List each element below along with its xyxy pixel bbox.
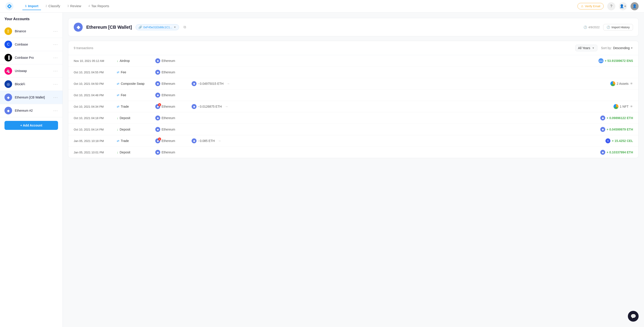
ethereum-cb-icon: ◆ <box>4 94 12 101</box>
eth-icon: ◆ <box>155 93 160 98</box>
chain-name: Ethereum <box>162 128 175 131</box>
sort-value-text: Descending <box>613 46 630 50</box>
help-icon: ? <box>610 4 612 8</box>
to-asset-icon: C <box>606 138 610 143</box>
import-history-button[interactable]: 🕐 Import History <box>603 24 633 31</box>
from-amount: - 0.0126875 ETH <box>198 105 222 108</box>
binance-name: Binance <box>15 29 51 33</box>
nav-classify-label: Classify <box>48 4 60 8</box>
badge-count: 6 <box>158 103 161 106</box>
ethereum-cb-menu-icon[interactable]: ··· <box>53 95 58 100</box>
tx-chain: ◆1Ethereum <box>155 138 189 143</box>
ethereum-cb-name: Ethereum [CB Wallet] <box>15 96 51 99</box>
eth-icon: ◆ <box>155 58 160 63</box>
table-row[interactable]: Oct 10, 2021 04:34 PM⇄Trade◆6Ethereum◆- … <box>68 101 638 112</box>
year-filter-button[interactable]: All Years ▼ <box>575 45 598 51</box>
table-row[interactable]: Oct 10, 2021 04:50 PM⇄Composite Swap◆Eth… <box>68 78 638 90</box>
coinbase-pro-menu-icon[interactable]: ··· <box>53 55 58 60</box>
sidebar-item-ethereum-cb[interactable]: ◆Ethereum [CB Wallet]··· <box>0 91 62 104</box>
sidebar-item-blockfi[interactable]: ◎BlockFi··· <box>0 78 62 91</box>
sidebar-item-ethereum2[interactable]: ◆Ethereum #2··· <box>0 104 62 117</box>
chat-button[interactable]: 💬 <box>628 311 638 321</box>
tx-date: Oct 10, 2021 04:14 PM <box>74 128 114 131</box>
tx-type: ↓Airdrop <box>117 59 152 63</box>
nav-import-label: Import <box>28 4 38 8</box>
nav-tax-reports[interactable]: 4 Tax Reports <box>86 2 112 10</box>
wallet-address-button[interactable]: 🔗 0xF45e31Eb88c1C1... ▼ <box>136 24 179 30</box>
tx-type-icon: ⇄ <box>117 93 120 97</box>
tx-type-label: Deposit <box>120 151 130 154</box>
main-layout: Your Accounts ₿Binance···CCoinbase···▐Co… <box>0 13 644 327</box>
table-row[interactable]: Oct 10, 2021 04:14 PM↓Deposit◆Ethereum◆+… <box>68 124 638 135</box>
table-row[interactable]: Nov 10, 2021 05:12 AM↓Airdrop◆EthereumEN… <box>68 55 638 67</box>
binance-menu-icon[interactable]: ··· <box>53 29 58 34</box>
sidebar-item-uniswap[interactable]: 🦄Uniswap··· <box>0 64 62 78</box>
tx-result: ◆+ 0.09896122 ETH <box>600 116 633 120</box>
sort-value-button[interactable]: Descending ▼ <box>613 46 633 50</box>
to-asset-icon: ENS <box>598 58 604 63</box>
eye-icon[interactable]: 👁 <box>630 82 633 86</box>
table-row[interactable]: Oct 10, 2021 04:55 PM⇄Fee◆Ethereum <box>68 67 638 78</box>
copy-icon[interactable]: ⧉ <box>184 25 186 29</box>
tx-result: ENS+ 53.91589672 ENS <box>598 58 633 63</box>
add-account-button[interactable]: + Add Account <box>4 121 58 130</box>
table-row[interactable]: Jan 05, 2021 10:01 PM↓Deposit◆Ethereum◆+… <box>68 147 638 158</box>
table-row[interactable]: Oct 10, 2021 04:18 PM↓Deposit◆Ethereum◆+… <box>68 112 638 124</box>
tx-date: Jan 05, 2021 10:01 PM <box>74 151 114 154</box>
calendar-icon: 🕐 <box>584 26 587 29</box>
add-user-button[interactable]: 👤+ <box>619 2 627 10</box>
tx-arrow-icon: → <box>225 105 228 108</box>
from-amount: - 0.085 ETH <box>198 139 215 143</box>
warning-icon: ⚠ <box>581 5 584 8</box>
from-asset-icon: ◆ <box>192 104 196 109</box>
uniswap-menu-icon[interactable]: ··· <box>53 69 58 73</box>
help-button[interactable]: ? <box>607 2 615 10</box>
sort-label: Sort by: <box>601 46 612 50</box>
nav-tax-label: Tax Reports <box>91 4 109 8</box>
eth-icon: ◆ <box>155 127 160 132</box>
eth-icon: ◆ <box>155 81 160 86</box>
transaction-count: 9 transactions <box>74 46 575 50</box>
verify-email-button[interactable]: ⚠ Verify Email <box>578 3 604 10</box>
eye-icon[interactable]: 👁 <box>630 105 633 108</box>
svg-point-0 <box>6 2 14 10</box>
sidebar-item-coinbase-pro[interactable]: ▐Coinbase Pro··· <box>0 51 62 64</box>
tx-amount: ◆- 0.04975015 ETH→ <box>192 81 608 86</box>
ethereum2-menu-icon[interactable]: ··· <box>53 108 58 113</box>
avatar[interactable]: 👤 <box>630 2 638 10</box>
tx-type: ↓Deposit <box>117 116 152 120</box>
uniswap-name: Uniswap <box>15 69 51 73</box>
to-asset-icon: ◆ <box>600 127 605 132</box>
year-filter-label: All Years <box>578 46 590 50</box>
to-amount: + 53.91589672 ENS <box>605 59 633 63</box>
blockfi-menu-icon[interactable]: ··· <box>53 82 58 87</box>
chain-name: Ethereum <box>162 59 175 63</box>
tx-type: ↓Deposit <box>117 151 152 154</box>
wallet-date-text: 4/9/2022 <box>588 26 600 29</box>
tx-date: Oct 10, 2021 04:50 PM <box>74 82 114 86</box>
sidebar-item-coinbase[interactable]: CCoinbase··· <box>0 38 62 51</box>
verify-email-label: Verify Email <box>585 5 600 8</box>
nav-import[interactable]: 1 Import <box>22 2 41 10</box>
tx-type: ⇄Fee <box>117 70 152 74</box>
sort-control: Sort by: Descending ▼ <box>601 46 633 50</box>
chain-name: Ethereum <box>162 151 175 154</box>
tx-date: Nov 10, 2021 05:12 AM <box>74 59 114 63</box>
eth-icon: ◆ <box>155 116 160 120</box>
app-logo[interactable] <box>6 2 14 10</box>
tx-type-icon: ↓ <box>117 151 118 154</box>
tx-arrow-icon: → <box>226 82 230 86</box>
nav-review[interactable]: 3 Review <box>65 2 84 10</box>
import-history-label: Import History <box>612 26 630 29</box>
table-row[interactable]: Oct 10, 2021 04:48 PM⇄Fee◆Ethereum <box>68 90 638 101</box>
coinbase-pro-icon: ▐ <box>4 54 12 62</box>
tx-chain: ◆Ethereum <box>155 58 189 63</box>
wallet-date: 🕐 4/9/2022 <box>584 26 600 29</box>
nav-classify[interactable]: 2 Classify <box>43 2 63 10</box>
coinbase-menu-icon[interactable]: ··· <box>53 42 58 47</box>
tx-type-label: Trade <box>121 105 129 108</box>
tx-type-label: Deposit <box>120 116 130 120</box>
nav-right: ⚠ Verify Email ? 👤+ 👤 <box>578 2 638 10</box>
table-row[interactable]: Jan 05, 2021 10:18 PM⇄Trade◆1Ethereum◆- … <box>68 135 638 147</box>
sidebar-item-binance[interactable]: ₿Binance··· <box>0 25 62 38</box>
